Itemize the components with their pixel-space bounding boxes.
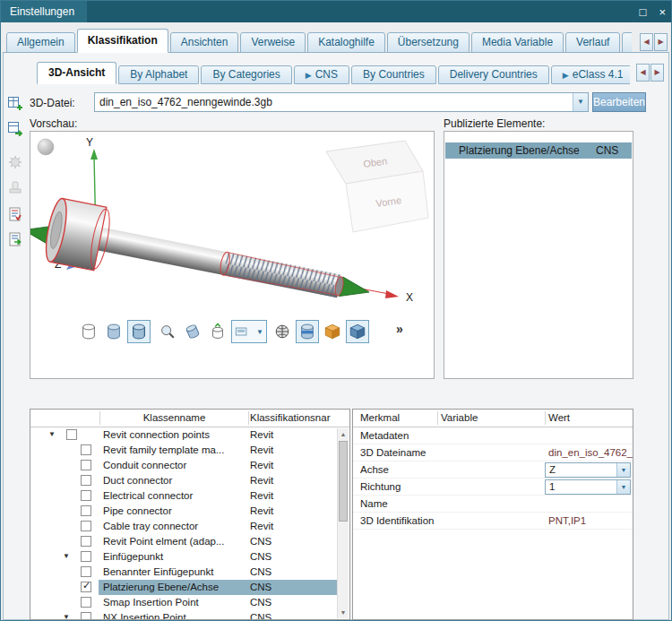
axis-y-label: Y bbox=[86, 136, 93, 149]
bearbeiten-button[interactable]: Bearbeiten bbox=[592, 92, 646, 112]
tab-eclass[interactable]: ▶eClass 4.1 bbox=[551, 65, 630, 84]
view-cube[interactable]: Oben Vorne bbox=[326, 141, 428, 232]
zoom-icon[interactable] bbox=[156, 320, 179, 343]
display-mode-dropdown[interactable]: ▼ bbox=[231, 320, 267, 343]
checkbox[interactable] bbox=[81, 551, 91, 562]
tab-kataloghilfe[interactable]: Kataloghilfe bbox=[307, 32, 385, 53]
checkbox[interactable] bbox=[81, 475, 91, 486]
section-view-icon[interactable] bbox=[296, 320, 319, 343]
scroll-right-icon[interactable]: ▶ bbox=[650, 64, 664, 82]
tab-uebersetzung[interactable]: Übersetzung bbox=[387, 32, 470, 53]
expander-icon[interactable]: ▼ bbox=[63, 613, 70, 620]
published-elements-list[interactable]: Platzierung Ebene/Achse CNS bbox=[444, 131, 633, 379]
shaded-view-icon[interactable] bbox=[102, 320, 125, 343]
property-row[interactable]: 3D Identifikation PNT,IP1 bbox=[353, 513, 633, 530]
table-row[interactable]: ▼ Revit connection points Revit bbox=[30, 427, 349, 443]
table-row[interactable]: Electrical connector Revit bbox=[30, 488, 349, 504]
richtung-combobox[interactable]: 1 ▼ bbox=[545, 479, 631, 495]
scroll-left-icon[interactable]: ◀ bbox=[636, 64, 650, 82]
table-row[interactable]: ▼ NX Insertion Point CNS bbox=[30, 610, 349, 620]
add-table-icon[interactable] bbox=[5, 93, 25, 113]
table-row-selected[interactable]: ✓ Platzierung Ebene/Achse CNS bbox=[30, 580, 349, 595]
table-row[interactable]: Revit family template ma... Revit bbox=[30, 443, 349, 458]
table-row[interactable]: ▼ Einfügepunkt CNS bbox=[30, 549, 349, 565]
shaded-edges-view-icon[interactable] bbox=[127, 320, 151, 343]
wireframe-view-icon[interactable] bbox=[77, 320, 100, 343]
achse-combobox[interactable]: Z ▼ bbox=[545, 462, 631, 478]
checkbox[interactable] bbox=[81, 612, 91, 620]
chevron-down-icon[interactable]: ▼ bbox=[573, 93, 588, 111]
snapshot-view-icon[interactable] bbox=[206, 320, 229, 343]
close-button[interactable]: × bbox=[659, 5, 666, 19]
property-row[interactable]: Achse Z ▼ bbox=[353, 461, 633, 479]
column-header-klassifikationsname[interactable]: Klassifikationsnar bbox=[250, 412, 330, 423]
property-row-group[interactable]: Name bbox=[353, 496, 633, 513]
table-row[interactable]: Revit Point elment (adap... CNS bbox=[30, 534, 349, 549]
chevron-down-icon[interactable]: ▼ bbox=[616, 463, 630, 477]
column-header-wert[interactable]: Wert bbox=[548, 412, 570, 423]
gear-glyph bbox=[7, 154, 23, 170]
3d-preview-box[interactable]: Oben Vorne Y X Z bbox=[30, 131, 435, 379]
table-row[interactable]: Duct connector Revit bbox=[30, 473, 349, 488]
property-row[interactable]: Richtung 1 ▼ bbox=[353, 479, 633, 496]
column-header-klassenname[interactable]: Klassenname bbox=[100, 412, 248, 423]
class-name: Revit family template ma... bbox=[103, 444, 224, 455]
expander-icon[interactable]: ▼ bbox=[48, 430, 56, 438]
checkbox[interactable] bbox=[81, 536, 91, 547]
list-item[interactable]: Platzierung Ebene/Achse CNS bbox=[445, 142, 632, 159]
tab-verlauf[interactable]: Verlauf bbox=[565, 32, 620, 53]
tab-cns[interactable]: ▶CNS bbox=[294, 65, 349, 84]
tab-klassifikation[interactable]: Klassifikation bbox=[77, 29, 168, 53]
transparent-cube-icon[interactable] bbox=[346, 320, 369, 343]
tab-by-categories[interactable]: By Categories bbox=[201, 65, 291, 84]
column-header-variable[interactable]: Variable bbox=[441, 412, 478, 423]
scroll-right-icon[interactable]: ▶ bbox=[654, 33, 668, 51]
tab-allgemein[interactable]: Allgemein bbox=[6, 32, 75, 53]
expander-icon[interactable]: ▼ bbox=[63, 552, 70, 560]
title-bar[interactable]: Einstellungen □ × bbox=[1, 1, 671, 22]
checkbox[interactable] bbox=[81, 490, 91, 501]
checkbox[interactable] bbox=[81, 566, 91, 577]
scroll-up-icon[interactable]: ▲ bbox=[338, 428, 349, 440]
scroll-down-icon[interactable]: ▼ bbox=[338, 607, 349, 618]
toolbar-overflow-button[interactable]: » bbox=[396, 322, 403, 336]
checkbox[interactable] bbox=[66, 429, 77, 440]
screw-model[interactable] bbox=[30, 193, 375, 324]
chevron-down-icon[interactable]: ▼ bbox=[616, 480, 630, 494]
table-row[interactable]: Benannter Einfügepunkt CNS bbox=[30, 565, 349, 580]
tab-ansichten[interactable]: Ansichten bbox=[170, 32, 239, 53]
property-row-group[interactable]: Metadaten bbox=[353, 427, 633, 444]
solid-cube-icon[interactable] bbox=[321, 320, 344, 343]
column-header-merkmal[interactable]: Merkmal bbox=[360, 412, 400, 423]
3d-file-combobox[interactable]: din_en_iso_4762_nenngewinde.3gb ▼ bbox=[94, 92, 589, 112]
tab-media-variable[interactable]: Media Variable bbox=[471, 32, 564, 53]
tab-delivery-countries[interactable]: Delivery Countries bbox=[438, 65, 549, 84]
table-row[interactable]: Cable tray connector Revit bbox=[30, 519, 349, 534]
tab-by-alphabet[interactable]: By Alphabet bbox=[118, 65, 199, 84]
scrollbar-thumb[interactable] bbox=[339, 441, 348, 522]
tab-partial[interactable]: P bbox=[622, 32, 632, 53]
classification-value: CNS bbox=[250, 582, 271, 592]
checkbox[interactable] bbox=[81, 505, 91, 516]
checkbox[interactable] bbox=[81, 597, 91, 608]
table-row[interactable]: Conduit connector Revit bbox=[30, 458, 349, 473]
import-table-icon[interactable] bbox=[5, 118, 25, 138]
tab-3d-ansicht[interactable]: 3D-Ansicht bbox=[37, 62, 116, 84]
classification-value: Revit bbox=[250, 460, 273, 470]
checkbox[interactable] bbox=[81, 444, 91, 455]
checkbox[interactable] bbox=[81, 521, 91, 531]
rotate-view-icon[interactable] bbox=[181, 320, 204, 343]
scroll-left-icon[interactable]: ◀ bbox=[640, 33, 653, 51]
class-table-scrollbar[interactable]: ▲ ▼ bbox=[337, 428, 349, 618]
document-export-icon[interactable] bbox=[5, 229, 25, 249]
mesh-view-icon[interactable] bbox=[271, 320, 294, 343]
tab-verweise[interactable]: Verweise bbox=[240, 32, 306, 53]
table-row[interactable]: Pipe connector Revit bbox=[30, 504, 349, 519]
table-row[interactable]: Smap Insertion Point CNS bbox=[30, 595, 349, 610]
checkbox-checked[interactable]: ✓ bbox=[81, 582, 91, 592]
checkbox[interactable] bbox=[81, 460, 91, 470]
property-row[interactable]: 3D Dateiname din_en_iso_4762_ne... bbox=[353, 444, 633, 461]
tab-by-countries[interactable]: By Countries bbox=[351, 65, 436, 84]
document-check-icon[interactable] bbox=[5, 204, 25, 224]
maximize-button[interactable]: □ bbox=[640, 5, 647, 19]
